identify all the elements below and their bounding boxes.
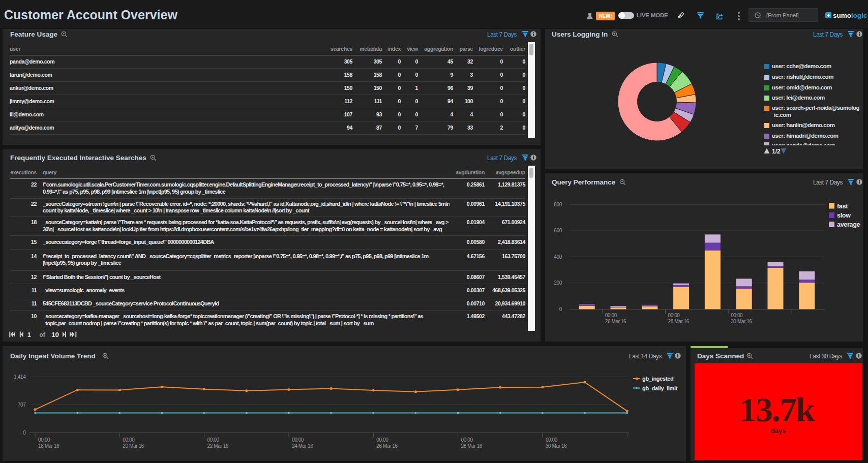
svg-text:30 Mar 16: 30 Mar 16 (731, 319, 752, 324)
svg-text:1/2: 1/2 (772, 148, 781, 155)
svg-text:1,414: 1,414 (14, 374, 26, 380)
svg-text:30 Mar 16: 30 Mar 16 (546, 443, 567, 449)
svg-text:00:00: 00:00 (376, 437, 388, 443)
svg-text:22 Mar 16: 22 Mar 16 (207, 443, 229, 449)
svg-text:gb_daily_limit: gb_daily_limit (642, 385, 678, 391)
svg-text:gb_ingested: gb_ingested (642, 376, 674, 382)
svg-text:00:00: 00:00 (292, 437, 304, 443)
svg-text:00:00: 00:00 (38, 437, 50, 443)
svg-text:28 Mar 16: 28 Mar 16 (461, 443, 483, 449)
svg-text:600: 600 (554, 228, 562, 233)
svg-text:400: 400 (554, 254, 562, 260)
svg-text:0: 0 (559, 306, 562, 312)
svg-text:1: 1 (27, 331, 31, 338)
svg-text:00:00: 00:00 (731, 313, 743, 318)
svg-text:707: 707 (18, 402, 26, 408)
svg-text:00:00: 00:00 (461, 437, 473, 443)
svg-text:20 Mar 16: 20 Mar 16 (123, 443, 144, 449)
svg-text:average: average (837, 221, 860, 228)
svg-text:18 Mar 16: 18 Mar 16 (38, 443, 59, 449)
svg-text:00:00: 00:00 (605, 313, 617, 318)
svg-text:slow: slow (837, 212, 851, 219)
svg-text:26 Mar 16: 26 Mar 16 (376, 443, 398, 449)
svg-text:26 Mar 16: 26 Mar 16 (605, 319, 626, 324)
svg-text:0: 0 (23, 430, 26, 436)
svg-text:28 Mar 16: 28 Mar 16 (668, 319, 690, 324)
svg-text:00:00: 00:00 (668, 313, 680, 318)
svg-text:10: 10 (51, 331, 59, 338)
svg-text:fast: fast (837, 203, 848, 210)
svg-text:00:00: 00:00 (207, 437, 220, 443)
svg-text:24 Mar 16: 24 Mar 16 (292, 443, 313, 449)
svg-text:00:00: 00:00 (123, 437, 135, 443)
svg-text:200: 200 (554, 280, 562, 286)
svg-text:00:00: 00:00 (546, 437, 558, 443)
svg-text:of: of (40, 331, 46, 338)
svg-text:800: 800 (554, 202, 562, 207)
